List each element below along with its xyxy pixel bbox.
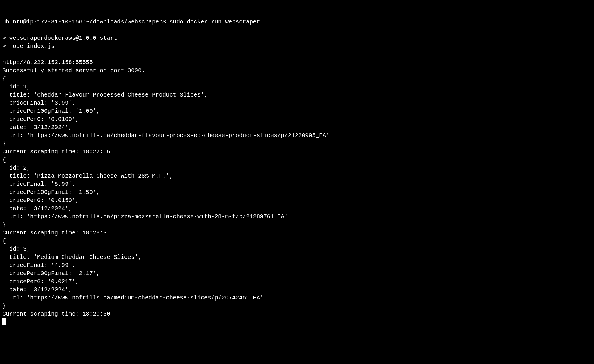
scraping-time: Current scraping time: 18:29:3	[2, 230, 107, 236]
record-title: title: 'Medium Cheddar Cheese Slices',	[2, 254, 142, 261]
shell-prompt: ubuntu@ip-172-31-10-156:~/downloads/webs…	[2, 19, 169, 25]
scraping-time: Current scraping time: 18:29:30	[2, 311, 110, 317]
record-url: url: 'https://www.nofrills.ca/pizza-mozz…	[2, 213, 288, 220]
record-date: date: '3/12/2024',	[2, 124, 72, 131]
record-open: {	[2, 75, 6, 82]
record-title: title: 'Cheddar Flavour Processed Cheese…	[2, 92, 208, 98]
scraping-time: Current scraping time: 18:27:56	[2, 148, 110, 155]
terminal-cursor[interactable]	[2, 318, 6, 325]
record-price-final: priceFinal: '5.99',	[2, 181, 75, 188]
record-close: }	[2, 140, 6, 147]
record-price-per-g: pricePerG: '0.0150',	[2, 197, 79, 204]
record-date: date: '3/12/2024',	[2, 286, 72, 293]
npm-node-line: > node index.js	[2, 43, 55, 50]
record-id: id: 1,	[2, 83, 30, 90]
record-price-per-100g: pricePer100gFinal: '2.17',	[2, 270, 100, 277]
record-open: {	[2, 238, 6, 244]
server-url: http://8.222.152.158:55555	[2, 59, 93, 66]
record-close: }	[2, 303, 6, 309]
record-price-final: priceFinal: '4.99',	[2, 262, 75, 269]
record-url: url: 'https://www.nofrills.ca/cheddar-fl…	[2, 132, 329, 139]
record-title: title: 'Pizza Mozzarella Cheese with 28%…	[2, 173, 173, 179]
record-id: id: 3,	[2, 246, 30, 252]
record-price-per-100g: pricePer100gFinal: '1.00',	[2, 108, 100, 114]
record-close: }	[2, 221, 6, 228]
record-price-per-100g: pricePer100gFinal: '1.50',	[2, 189, 100, 196]
record-url: url: 'https://www.nofrills.ca/medium-che…	[2, 294, 263, 301]
record-price-per-g: pricePerG: '0.0100',	[2, 116, 79, 123]
record-date: date: '3/12/2024',	[2, 205, 72, 212]
shell-command: sudo docker run webscraper	[169, 19, 260, 25]
npm-start-line: > webscraperdockeraws@1.0.0 start	[2, 35, 117, 41]
server-started-msg: Successfully started server on port 3000…	[2, 67, 145, 74]
record-id: id: 2,	[2, 165, 30, 171]
record-open: {	[2, 156, 6, 163]
record-price-per-g: pricePerG: '0.0217',	[2, 278, 79, 285]
record-price-final: priceFinal: '3.99',	[2, 100, 75, 106]
